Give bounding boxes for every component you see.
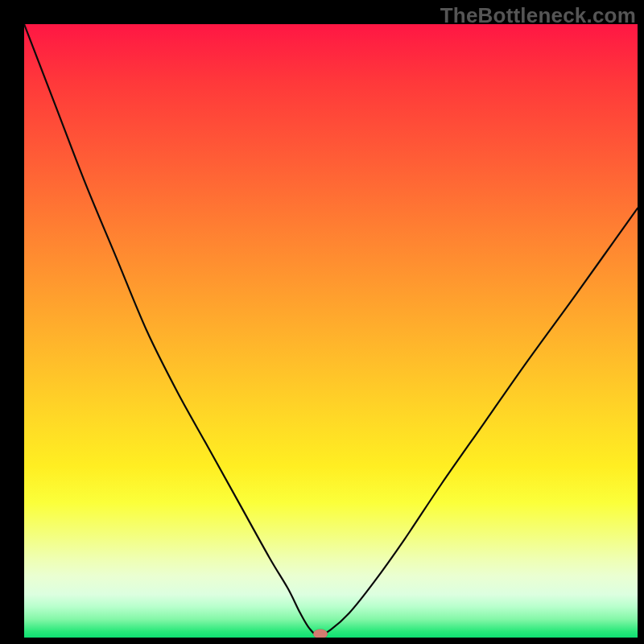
plot-svg — [24, 24, 638, 638]
bottleneck-curve — [24, 24, 638, 636]
plot-area — [24, 24, 638, 638]
sweet-spot-marker — [313, 629, 328, 638]
chart-canvas: TheBottleneck.com — [0, 0, 644, 644]
